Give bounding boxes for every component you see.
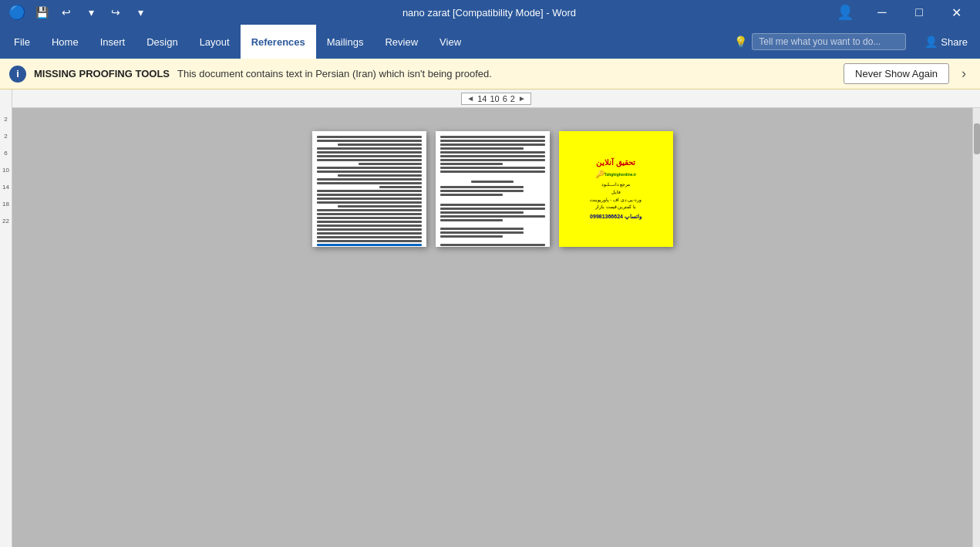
title-bar-left: 🔵 💾 ↩ ▾ ↪ ▾ xyxy=(6,2,151,23)
text-line xyxy=(338,174,422,177)
ad-logo-area: Tahghighonline.ir 🔑 xyxy=(595,170,637,178)
undo-button[interactable]: ↩ xyxy=(56,2,77,23)
scroll-thumb[interactable] xyxy=(974,123,980,154)
ad-line-4: با کمترین قیمت بازار xyxy=(590,204,642,211)
ruler-v-marks: 2 2 6 10 14 18 22 xyxy=(0,111,12,230)
text-line xyxy=(317,209,422,211)
save-button[interactable]: 💾 xyxy=(31,2,52,23)
horizontal-ruler: ◄ 14 10 6 2 ► xyxy=(0,89,980,108)
undo-icon: ↩ xyxy=(62,6,71,19)
chevron-down-icon: ▾ xyxy=(89,6,94,19)
vertical-scrollbar[interactable] xyxy=(972,108,980,547)
text-line xyxy=(440,163,503,165)
notification-close-button[interactable]: › xyxy=(957,66,971,82)
vertical-ruler: 2 2 6 10 14 18 22 xyxy=(0,108,12,547)
text-line xyxy=(440,140,545,142)
document-canvas: تحقیق آنلاین Tahghighonline.ir 🔑 مرجع دا… xyxy=(12,108,972,547)
text-line xyxy=(440,171,545,173)
text-line xyxy=(440,144,545,146)
text-line xyxy=(317,155,422,157)
text-line xyxy=(440,244,545,246)
restore-button[interactable]: □ xyxy=(901,0,937,25)
text-line xyxy=(317,236,422,238)
notification-text: This document contains text in Persian (… xyxy=(177,68,836,79)
title-bar: 🔵 💾 ↩ ▾ ↪ ▾ nano zarat [Compatibility Mo… xyxy=(0,0,980,25)
v-mark-10: 10 xyxy=(0,162,12,179)
share-button[interactable]: 👤 Share xyxy=(915,25,977,59)
text-line xyxy=(317,198,422,200)
tab-home[interactable]: Home xyxy=(41,25,89,59)
notification-bar: i MISSING PROOFING TOOLS This document c… xyxy=(0,59,980,89)
text-line xyxy=(440,194,503,196)
notification-title: MISSING PROOFING TOOLS xyxy=(34,68,170,79)
v-mark-22: 22 xyxy=(0,213,12,230)
person-icon: 👤 xyxy=(924,35,938,48)
text-line xyxy=(440,159,545,161)
page-2[interactable] xyxy=(436,131,550,247)
page-3-ad-content: تحقیق آنلاین Tahghighonline.ir 🔑 مرجع دا… xyxy=(559,131,673,247)
main-area: 2 2 6 10 14 18 22 xyxy=(0,108,980,547)
save-icon: 💾 xyxy=(35,6,49,19)
minimize-button[interactable]: ─ xyxy=(864,0,900,25)
info-icon: i xyxy=(9,66,26,83)
tab-insert[interactable]: Insert xyxy=(89,25,136,59)
page-3[interactable]: تحقیق آنلاین Tahghighonline.ir 🔑 مرجع دا… xyxy=(559,131,673,247)
text-line xyxy=(317,217,422,219)
qat-more-button[interactable]: ▾ xyxy=(130,2,151,23)
text-line xyxy=(338,205,422,208)
ad-body: مرجع دانـــلـود فایل ورد-پی دی اف - پاور… xyxy=(590,181,642,211)
text-line xyxy=(317,213,422,215)
ad-title: تحقیق آنلاین xyxy=(596,158,635,167)
ad-logo-text: Tahghighonline.ir xyxy=(605,172,637,177)
ribbon-search-area: 💡 xyxy=(725,25,915,59)
text-line xyxy=(317,159,422,161)
ribbon-search-input[interactable] xyxy=(752,33,906,50)
text-link-line xyxy=(317,244,422,246)
text-line xyxy=(317,221,422,223)
text-line xyxy=(440,136,545,138)
tab-references[interactable]: References xyxy=(241,25,316,59)
text-line xyxy=(338,144,422,146)
text-line xyxy=(317,178,422,181)
account-icon-button[interactable]: 👤 xyxy=(827,0,863,25)
text-line xyxy=(317,228,422,231)
text-line xyxy=(317,171,422,173)
text-line xyxy=(440,215,545,218)
text-line xyxy=(317,136,422,138)
v-mark-2b: 2 xyxy=(0,128,12,145)
ruler-right-arrow: ► xyxy=(518,94,526,103)
undo-dropdown-button[interactable]: ▾ xyxy=(80,2,102,23)
ad-line-1: مرجع دانـــلـود xyxy=(590,181,642,189)
tab-layout[interactable]: Layout xyxy=(189,25,241,59)
text-line xyxy=(440,190,524,192)
text-line xyxy=(440,228,524,230)
text-line xyxy=(317,232,422,235)
tab-mailings[interactable]: Mailings xyxy=(316,25,375,59)
tab-design[interactable]: Design xyxy=(136,25,188,59)
text-line xyxy=(317,147,422,150)
ruler-mark-10: 10 xyxy=(490,94,499,103)
page-1[interactable] xyxy=(312,131,426,247)
page-row: تحقیق آنلاین Tahghighonline.ir 🔑 مرجع دا… xyxy=(312,131,673,247)
text-line xyxy=(317,151,422,154)
redo-icon: ↪ xyxy=(111,6,120,19)
never-show-again-button[interactable]: Never Show Again xyxy=(844,63,949,84)
tab-file[interactable]: File xyxy=(3,25,41,59)
text-line xyxy=(440,211,524,214)
ruler-corner[interactable] xyxy=(0,89,12,108)
v-mark-2: 2 xyxy=(0,111,12,128)
text-line xyxy=(317,240,422,242)
ad-key-icon: 🔑 xyxy=(595,170,605,178)
ad-line-2: فایل xyxy=(590,189,642,197)
redo-button[interactable]: ↪ xyxy=(105,2,126,23)
text-line xyxy=(317,194,422,196)
tab-review[interactable]: Review xyxy=(374,25,429,59)
ruler-mark-2: 2 xyxy=(510,94,515,103)
ruler-measurement-box: ◄ 14 10 6 2 ► xyxy=(461,93,531,105)
page-1-content xyxy=(312,131,426,247)
ruler-mark-14: 14 xyxy=(477,94,487,103)
ad-phone: واتساپ 09981366624 xyxy=(590,214,642,220)
word-icon-button[interactable]: 🔵 xyxy=(6,2,28,23)
tab-view[interactable]: View xyxy=(429,25,472,59)
close-button[interactable]: ✕ xyxy=(938,0,974,25)
